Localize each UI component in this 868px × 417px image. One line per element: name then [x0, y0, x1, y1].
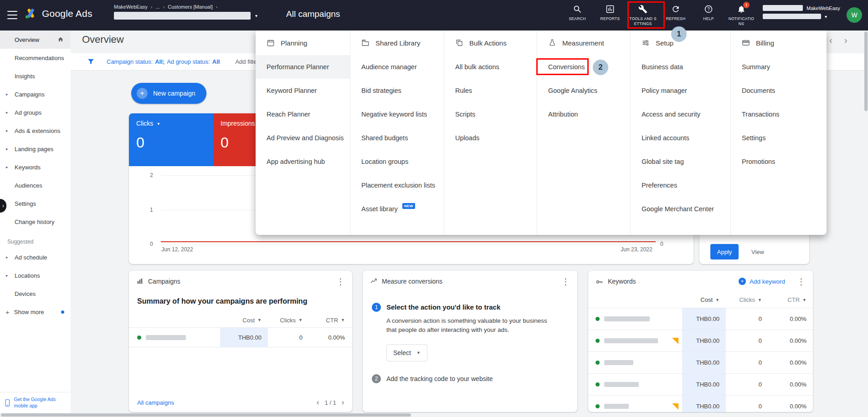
step-1-number: 1	[372, 303, 381, 312]
chevron-left-icon[interactable]: ‹	[829, 35, 832, 46]
keyword-table-row[interactable]: THB0.00 0 0.00%	[588, 374, 813, 396]
breadcrumb-item[interactable]: Customers [Manual]	[168, 4, 212, 10]
sidebar-item-ads-extensions[interactable]: ▸Ads & extensions	[0, 122, 71, 140]
user-avatar[interactable]: W	[847, 7, 862, 23]
all-campaigns-link[interactable]: All campaigns	[137, 399, 174, 406]
hamburger-menu-icon[interactable]	[7, 11, 17, 19]
kebab-menu-icon[interactable]: ⋮	[797, 277, 806, 286]
menu-item-summary[interactable]: Summary	[731, 55, 827, 79]
menu-item-placement-exclusion-lists[interactable]: Placement exclusion lists	[350, 173, 444, 197]
horizontal-scrollbar-thumb[interactable]	[1, 413, 411, 417]
menu-item-global-site-tag[interactable]: Global site tag	[631, 150, 730, 173]
menu-item-linked-accounts[interactable]: Linked accounts	[631, 126, 730, 150]
sidebar-item-ad-schedule[interactable]: ▸Ad schedule	[0, 248, 71, 266]
chevron-down-icon: ▼	[758, 298, 762, 302]
view-link[interactable]: View	[751, 249, 764, 255]
sidebar-item-change-history[interactable]: Change history	[0, 213, 71, 231]
page-indicator: 1 / 1	[324, 399, 336, 406]
chevron-right-icon[interactable]: ›	[844, 35, 847, 46]
chevron-left-icon[interactable]: ‹	[317, 398, 319, 407]
suggested-section-label: Suggested	[0, 235, 71, 248]
metric-tab-clicks[interactable]: Clicks▾ 0	[129, 113, 213, 166]
sidebar-item-campaigns[interactable]: ▸Campaigns	[0, 85, 71, 103]
sidebar-item-audiences[interactable]: Audiences	[0, 176, 71, 194]
sidebar-item-settings[interactable]: Settings	[0, 194, 71, 213]
sidebar-item-insights[interactable]: Insights	[0, 67, 71, 85]
new-campaign-button[interactable]: + New campaign	[131, 83, 206, 104]
ctr-column-select[interactable]: CTR▼	[309, 317, 351, 324]
menu-item-app-advertising-hub[interactable]: App advertising hub	[256, 150, 350, 173]
account-selector[interactable]: ▾	[114, 12, 257, 20]
reports-nav-button[interactable]: REPORTS	[594, 4, 627, 26]
line-chart-icon	[370, 278, 377, 285]
menu-item-asset-library[interactable]: Asset libraryNEW	[350, 197, 444, 221]
notifications-nav-button[interactable]: ! NOTIFICATIONS	[725, 4, 758, 26]
menu-item-rules[interactable]: Rules	[444, 79, 537, 102]
menu-item-promotions[interactable]: Promotions	[731, 150, 827, 173]
mobile-app-promo[interactable]: Get the Google Ads mobile app	[0, 392, 71, 413]
menu-item-keyword-planner[interactable]: Keyword Planner	[256, 79, 350, 102]
menu-item-audience-manager[interactable]: Audience manager	[350, 55, 444, 79]
menu-item-conversions[interactable]: Conversions	[537, 55, 630, 79]
clicks-column-select[interactable]: Clicks▼	[268, 317, 309, 324]
refresh-nav-button[interactable]: REFRESH	[659, 4, 692, 26]
sidebar-item-overview[interactable]: Overview	[0, 31, 71, 49]
menu-item-performance-planner[interactable]: Performance Planner	[256, 55, 350, 79]
menu-item-uploads[interactable]: Uploads	[444, 126, 537, 150]
menu-item-ad-preview-and-diagnosis[interactable]: Ad Preview and Diagnosis	[256, 126, 350, 150]
menu-item-shared-budgets[interactable]: Shared budgets	[350, 126, 444, 150]
apply-button[interactable]: Apply	[710, 244, 739, 259]
menu-item-all-bulk-actions[interactable]: All bulk actions	[444, 55, 537, 79]
menu-item-business-data[interactable]: Business data	[631, 55, 730, 79]
y-axis-tick: 1	[150, 207, 153, 213]
sidebar-item-landing-pages[interactable]: ▸Landing pages	[0, 140, 71, 158]
vertical-scrollbar[interactable]	[864, 31, 868, 413]
help-nav-button[interactable]: ? HELP	[692, 4, 725, 26]
menu-item-policy-manager[interactable]: Policy manager	[631, 79, 730, 102]
active-filter-chip[interactable]: Campaign status: All; Ad group status: A…	[107, 58, 220, 65]
breadcrumb-item[interactable]: MakeWebEasy	[114, 4, 148, 10]
menu-item-google-analytics[interactable]: Google Analytics	[537, 79, 630, 102]
google-ads-logo[interactable]: Google Ads	[24, 7, 92, 20]
sidebar-item-keywords[interactable]: ▸Keywords	[0, 158, 71, 176]
keyword-table-row[interactable]: THB0.00 0 0.00%	[588, 308, 813, 330]
add-keyword-button[interactable]: + Add keyword	[739, 278, 785, 285]
keyword-table-row[interactable]: THB0.00 0 0.00%	[588, 352, 813, 374]
menu-item-documents[interactable]: Documents	[731, 79, 827, 102]
clicks-column-select[interactable]: Clicks▼	[726, 296, 768, 303]
menu-item-bid-strategies[interactable]: Bid strategies	[350, 79, 444, 102]
cost-column-select[interactable]: Cost▼	[220, 317, 268, 324]
sidebar-item-devices[interactable]: Devices	[0, 285, 71, 303]
menu-item-scripts[interactable]: Scripts	[444, 102, 537, 126]
sidebar-item-locations[interactable]: ▸Locations	[0, 266, 71, 285]
menu-item-access-and-security[interactable]: Access and security	[631, 102, 730, 126]
menu-item-reach-planner[interactable]: Reach Planner	[256, 102, 350, 126]
breadcrumb-collapsed[interactable]: ...	[155, 4, 159, 10]
step-1-row: 1 Select the action you'd like to track	[363, 303, 577, 312]
menu-item-location-groups[interactable]: Location groups	[350, 150, 444, 173]
sidebar-item-ad-groups[interactable]: ▸Ad groups	[0, 103, 71, 122]
menu-item-negative-keyword-lists[interactable]: Negative keyword lists	[350, 102, 444, 126]
menu-item-attribution[interactable]: Attribution	[537, 102, 630, 126]
sidebar-item-recommendations[interactable]: Recommendations	[0, 49, 71, 67]
menu-item-transactions[interactable]: Transactions	[731, 102, 827, 126]
menu-item-preferences[interactable]: Preferences	[631, 173, 730, 197]
menu-item-google-merchant-center[interactable]: Google Merchant Center	[631, 197, 730, 221]
cost-column-select[interactable]: Cost▼	[682, 296, 726, 303]
menu-item-settings[interactable]: Settings	[731, 126, 827, 150]
account-info[interactable]: MakeWebEasy ▾	[763, 5, 845, 22]
search-nav-button[interactable]: SEARCH	[561, 4, 594, 26]
chevron-right-icon[interactable]: ›	[342, 398, 344, 407]
kebab-menu-icon[interactable]: ⋮	[561, 277, 570, 286]
horizontal-scrollbar[interactable]	[0, 413, 864, 417]
vertical-scrollbar-thumb[interactable]	[864, 31, 868, 111]
keyword-table-row[interactable]: THB0.00 0 0.00%	[588, 396, 813, 412]
tools-and-settings-nav-button[interactable]: TOOLS AND SETTINGS	[627, 4, 659, 26]
keyword-table-row[interactable]: THB0.00 0 0.00%	[588, 330, 813, 352]
ctr-column-select[interactable]: CTR▼	[768, 296, 813, 303]
kebab-menu-icon[interactable]: ⋮	[336, 277, 345, 286]
campaign-table-row[interactable]: THB0.00 0 0.00%	[129, 327, 352, 347]
conversion-action-select[interactable]: Select ▼	[386, 344, 427, 361]
expand-arrow-icon: ▸	[6, 92, 8, 97]
sidebar-show-more[interactable]: + Show more	[0, 303, 71, 321]
